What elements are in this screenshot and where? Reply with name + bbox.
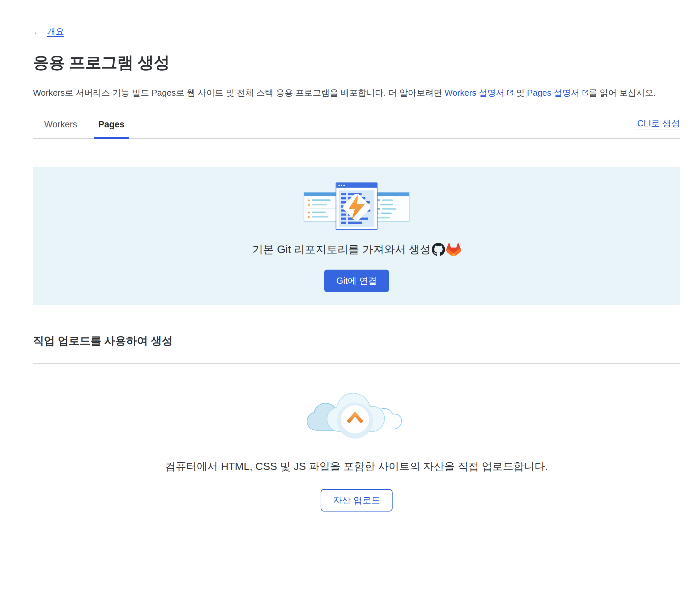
tab-pages[interactable]: Pages [94,117,129,139]
page: ← 개요 응용 프로그램 생성 Workers로 서버리스 기능 빌드 Page… [0,0,700,527]
external-link-icon [582,87,589,100]
intro-text-2: 및 [514,88,527,98]
gitlab-icon [446,243,461,256]
external-link-icon [506,87,514,100]
back-link-overview[interactable]: 개요 [47,26,64,37]
workers-docs-link-label: Workers 설명서 [445,88,505,98]
direct-upload-panel: 컴퓨터에서 HTML, CSS 및 JS 파일을 포함한 사이트의 자산을 직접… [33,363,680,527]
intro-text-3: 를 읽어 보십시오. [589,88,656,98]
upload-description: 컴퓨터에서 HTML, CSS 및 JS 파일을 포함한 사이트의 자산을 직접… [165,459,548,474]
cli-create-link[interactable]: CLI로 생성 [637,118,680,129]
upload-section-heading: 직업 업로드를 사용하여 생성 [33,334,680,349]
tab-workers[interactable]: Workers [40,117,81,138]
cloud-upload-illustration [305,380,408,446]
intro-paragraph: Workers로 서버리스 기능 빌드 Pages로 웹 사이트 및 전체 스택… [33,86,680,100]
breadcrumb: ← 개요 [33,26,680,37]
upload-assets-button[interactable]: 자산 업로드 [321,489,393,512]
workers-docs-link[interactable]: Workers 설명서 [445,88,514,98]
git-windows-illustration [304,182,410,232]
back-arrow-icon: ← [33,27,42,36]
pages-docs-link[interactable]: Pages 설명서 [527,88,589,98]
git-panel-heading: 기본 Git 리포지토리를 가져와서 생성 [252,242,431,257]
page-title: 응용 프로그램 생성 [33,52,680,74]
pages-docs-link-label: Pages 설명서 [527,88,580,98]
tab-pages-label: Pages [98,120,125,129]
tabs-bar: Workers Pages CLI로 생성 [33,117,680,139]
connect-git-button[interactable]: Git에 연결 [324,270,389,292]
git-connect-panel: 기본 Git 리포지토리를 가져와서 생성 Git에 연결 [33,167,680,305]
intro-text-1: Workers로 서버리스 기능 빌드 Pages로 웹 사이트 및 전체 스택… [33,88,445,98]
github-icon [432,243,445,256]
tab-workers-label: Workers [44,120,77,129]
